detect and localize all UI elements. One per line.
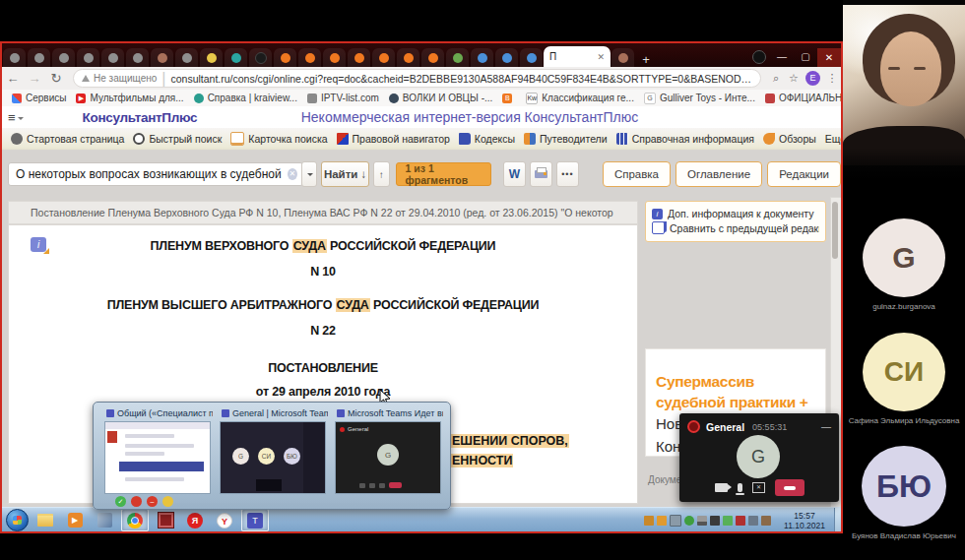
preview-thumbnail[interactable]: General G: [335, 421, 441, 494]
taskbar-teams-button[interactable]: T: [241, 509, 269, 531]
table-of-contents-button[interactable]: Оглавление: [676, 161, 762, 187]
back-button[interactable]: ←: [2, 71, 24, 86]
toolbar-quick-search-button[interactable]: Быстрый поиск: [133, 133, 222, 145]
browser-tab[interactable]: [225, 48, 247, 67]
recorder-ok-icon[interactable]: ✓: [115, 496, 126, 507]
window-minimize-button[interactable]: —: [770, 51, 794, 67]
clear-search-icon[interactable]: ✕: [288, 168, 297, 180]
more-actions-button[interactable]: •••: [556, 161, 579, 187]
recorder-stop-icon[interactable]: –: [147, 496, 158, 507]
url-bar[interactable]: Не защищено | consultant.ru/cons/cgi/onl…: [73, 69, 761, 88]
show-desktop-button[interactable]: [834, 508, 841, 532]
browser-tab[interactable]: [471, 48, 493, 67]
tray-app-icon[interactable]: [723, 516, 733, 526]
bookmark-item[interactable]: ОФИЦИАЛЬНЫЙ...: [765, 93, 841, 103]
recorder-record-icon[interactable]: [131, 496, 142, 507]
browser-tab[interactable]: [52, 48, 75, 67]
taskbar-yandex-button[interactable]: Я: [182, 510, 208, 530]
participant-tile[interactable]: G gulnaz.burganova: [843, 218, 965, 311]
tray-volume-icon[interactable]: [748, 516, 758, 526]
browser-tab[interactable]: [397, 48, 419, 67]
camera-icon[interactable]: [715, 483, 728, 492]
hangup-button[interactable]: [775, 479, 804, 496]
zoom-icon[interactable]: ⌕: [767, 72, 785, 85]
taskbar-app-button[interactable]: [153, 510, 178, 530]
teams-mini-call-window[interactable]: General 05:55:31 — G ✕: [679, 413, 839, 502]
window-preview[interactable]: General | Microsoft Teams G СИ БЮ: [220, 408, 328, 494]
tray-flag-icon[interactable]: [761, 516, 771, 526]
browser-tab[interactable]: [298, 48, 321, 67]
tray-network-icon[interactable]: [697, 516, 707, 526]
toolbar-guides-button[interactable]: Путеводители: [524, 133, 608, 145]
toolbar-home-button[interactable]: Стартовая страница: [11, 133, 124, 145]
tray-display-icon[interactable]: [670, 515, 681, 527]
bookmark-item[interactable]: ▶Мультфильмы для...: [76, 93, 183, 103]
export-word-button[interactable]: W: [503, 161, 526, 187]
window-close-button[interactable]: ✕: [817, 48, 841, 67]
browser-tab[interactable]: [151, 48, 173, 67]
browser-tab[interactable]: [249, 48, 272, 67]
browser-tab[interactable]: [323, 48, 346, 67]
bookmark-item[interactable]: Справка | kraiview...: [194, 93, 297, 103]
scrollbar-thumb[interactable]: [832, 202, 838, 259]
recorder-pause-icon[interactable]: [162, 496, 173, 507]
browser-tab[interactable]: [126, 48, 149, 67]
bookmark-star-icon[interactable]: ☆: [785, 72, 803, 85]
tray-app-icon[interactable]: [657, 516, 667, 526]
browser-tab[interactable]: [3, 48, 26, 67]
search-input[interactable]: [8, 162, 303, 186]
call-minimize-button[interactable]: —: [821, 421, 831, 432]
editions-button[interactable]: Редакции: [767, 161, 841, 187]
toolbar-codes-button[interactable]: Кодексы: [459, 133, 515, 145]
tab-close-icon[interactable]: ✕: [597, 52, 605, 62]
participant-tile[interactable]: БЮ Буянов Владислав Юрьевич: [843, 446, 965, 540]
browser-tab[interactable]: [446, 48, 469, 67]
toolbar-legal-navigator-button[interactable]: Правовой навигатор: [337, 133, 450, 145]
preview-thumbnail[interactable]: [104, 421, 211, 494]
browser-tab[interactable]: [611, 48, 634, 67]
taskbar-explorer-button[interactable]: [32, 510, 58, 530]
toolbar-search-card-button[interactable]: Карточка поиска: [230, 132, 327, 146]
toolbar-reviews-button[interactable]: Обзоры: [763, 133, 816, 145]
taskbar-chrome-button[interactable]: [121, 509, 149, 531]
browser-tab[interactable]: [274, 48, 296, 67]
browser-tab[interactable]: [200, 48, 223, 67]
browser-tab[interactable]: [421, 48, 444, 67]
hamburger-menu-icon[interactable]: ≡: [8, 110, 16, 125]
tray-app-icon[interactable]: [736, 516, 745, 526]
browser-tab[interactable]: [348, 48, 370, 67]
tray-antivirus-icon[interactable]: [684, 516, 694, 526]
browser-menu-icon[interactable]: ⋮: [823, 72, 841, 85]
tray-app-icon[interactable]: [644, 516, 654, 526]
compare-edition-link[interactable]: Сравнить с предыдущей редакцией: [652, 221, 819, 234]
mic-icon[interactable]: [738, 483, 742, 492]
preview-thumbnail[interactable]: G СИ БЮ: [220, 421, 326, 494]
browser-tab[interactable]: [101, 48, 124, 67]
taskbar-clock[interactable]: 15:57 11.10.2021: [777, 511, 832, 530]
new-tab-button[interactable]: +: [635, 52, 657, 67]
search-history-dropdown[interactable]: [301, 161, 318, 187]
help-button[interactable]: Справка: [603, 161, 671, 187]
active-tab[interactable]: П ✕: [544, 46, 611, 67]
browser-tab[interactable]: [520, 48, 543, 67]
toolbar-reference-info-button[interactable]: Справочная информация: [616, 133, 754, 145]
browser-extension-icon[interactable]: [752, 50, 766, 64]
browser-tab[interactable]: [77, 48, 99, 67]
browser-tab[interactable]: [28, 48, 50, 67]
bookmark-item[interactable]: GGulliver Toys - Инте...: [644, 93, 755, 104]
bookmark-apps[interactable]: Сервисы: [12, 93, 66, 103]
browser-tab[interactable]: [175, 48, 198, 67]
window-preview[interactable]: Общий («Специалист по рабо...: [104, 408, 213, 494]
find-previous-button[interactable]: ↑: [373, 161, 390, 187]
profile-avatar[interactable]: E: [805, 71, 820, 86]
toolbar-more-button[interactable]: Еще: [825, 133, 843, 145]
browser-tab[interactable]: [372, 48, 395, 67]
bookmark-item[interactable]: IPTV-list.com: [307, 93, 379, 103]
participant-tile[interactable]: СИ Сафина Эльмира Ильдусовна: [843, 333, 965, 425]
find-button[interactable]: Найти ↓: [321, 161, 369, 187]
taskbar-media-player-button[interactable]: ▶: [62, 510, 88, 530]
print-button[interactable]: [530, 161, 552, 187]
share-stop-icon[interactable]: ✕: [752, 482, 765, 493]
tray-app-icon[interactable]: [710, 516, 720, 526]
browser-tab[interactable]: [495, 48, 518, 67]
